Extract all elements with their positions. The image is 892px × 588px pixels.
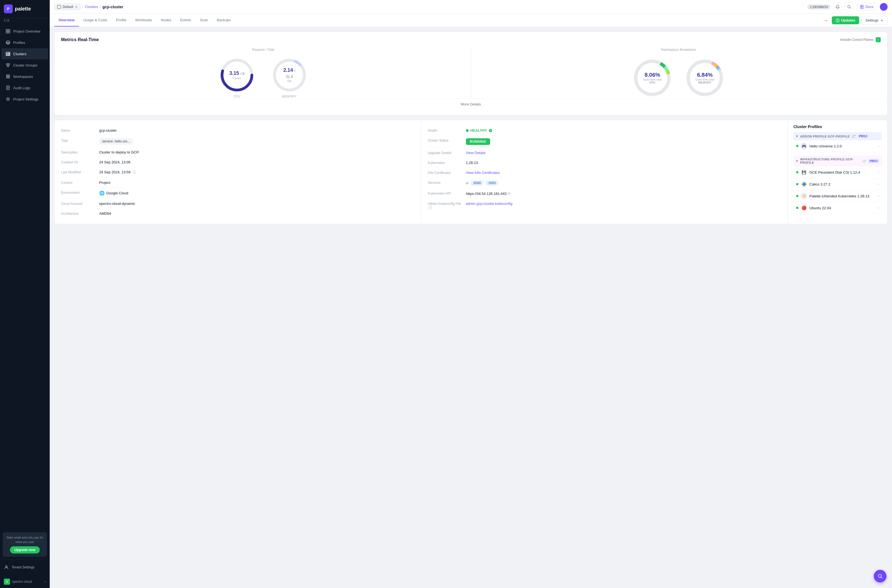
addon-profile-group-header[interactable]: ▾ ADDON PROFILE GCP-PROFILE PROJ — [793, 132, 882, 140]
tab-workloads[interactable]: Workloads — [131, 14, 156, 27]
cluster-groups-icon — [6, 63, 11, 68]
tab-scan[interactable]: Scan — [195, 14, 213, 27]
sidebar-item-cluster-groups[interactable]: Cluster Groups — [2, 60, 48, 70]
sidebar-item-profiles[interactable]: Profiles — [2, 37, 48, 48]
profile-item-hello-universe[interactable]: 🎮 Hello Universe 1.2.0 › — [793, 140, 882, 152]
cloud-row: 🌐 Google Cloud — [99, 190, 414, 196]
settings-icon — [6, 97, 11, 102]
spectro-footer[interactable]: S spectro cloud ‹ — [0, 575, 50, 588]
notifications-button[interactable] — [833, 3, 842, 11]
profile-item-calico[interactable]: 🔷 Calico 3.27.2 › — [793, 178, 882, 190]
upgrade-now-button[interactable]: Upgrade now — [10, 546, 40, 554]
search-fab[interactable] — [874, 570, 886, 582]
sidebar-item-tenant-settings[interactable]: Tenant Settings — [0, 562, 50, 573]
sidebar: P palette 4.19 Project Overview Profiles… — [0, 0, 50, 588]
profile-item-ubuntu[interactable]: 🔴 Ubuntu 22.04 › — [793, 202, 882, 214]
gce-disk-icon: 💾 — [800, 169, 807, 176]
view-details-link[interactable]: View Details — [466, 151, 485, 155]
updates-button[interactable]: Updates — [832, 16, 859, 24]
breadcrumb-clusters-link[interactable]: Clusters — [85, 5, 98, 9]
tab-backups[interactable]: Backups — [213, 14, 235, 27]
infra-profile-group-header[interactable]: ▾ INFRASTRUCTURE PROFILE GCP-PROFILE PRO… — [793, 155, 882, 166]
profile-dot-gce-disk — [796, 171, 798, 173]
more-details-link[interactable]: More Details — [61, 99, 881, 110]
admin-config-link[interactable]: admin.gcp-cluster.kubeconfig — [466, 201, 512, 206]
health-check-icon — [488, 129, 493, 132]
ubuntu-name: Ubuntu 22.04 — [809, 206, 876, 210]
profile-dot-hello-universe — [796, 145, 798, 147]
user-avatar[interactable] — [880, 3, 887, 11]
profile-dot-calico — [796, 183, 798, 185]
search-button[interactable] — [845, 3, 854, 11]
status-running-badge: RUNNING — [466, 138, 490, 145]
request-total-title: Request / Total — [252, 48, 274, 52]
upgrade-label: Upgrade Details — [428, 151, 464, 155]
logo-icon: P — [4, 4, 13, 13]
tab-events[interactable]: Events — [176, 14, 195, 27]
gcp-icon: 🌐 — [99, 190, 105, 196]
service-port[interactable]: :3000 — [485, 180, 498, 186]
version-badge: 4.19 — [0, 18, 50, 23]
calico-chevron: › — [878, 182, 879, 186]
memory-gauge-center: 2.14 / 31.4 Gb — [280, 68, 298, 83]
tab-usage-costs[interactable]: Usage & Costs — [79, 14, 112, 27]
metrics-card: Metrics Real-Time Include Control Planes… — [54, 32, 887, 116]
namespace-section: Namespace Breakdown — [477, 48, 881, 99]
main-content: Default / Clusters / gcp-cluster 1.29/10… — [50, 0, 892, 588]
cloud-account-value: spectro-cloud-dynamic — [99, 201, 414, 206]
tabs: Overview Usage & Costs Profile Workloads… — [54, 14, 235, 27]
sidebar-item-label: Project Settings — [13, 97, 38, 101]
sidebar-item-audit-logs[interactable]: Audit Logs — [2, 82, 48, 93]
docs-button[interactable]: Docs — [856, 3, 877, 10]
workspace-name: Default — [63, 5, 73, 9]
memory-unit: Gb — [280, 79, 298, 83]
tags-label: Tags — [61, 138, 97, 142]
k8s-certs-label: K8s Certificates — [428, 171, 464, 175]
grid-icon — [6, 29, 11, 34]
request-total-section: Request / Total 3.15 — [61, 48, 466, 99]
server-icon — [6, 51, 11, 56]
sidebar-item-clusters[interactable]: Clusters — [2, 48, 48, 59]
info-row-cluster-status: Cluster Status RUNNING — [428, 135, 781, 148]
copy-k8s-api-button[interactable]: ⎘ — [508, 191, 511, 196]
profile-dot-ubuntu — [796, 207, 798, 209]
svg-rect-12 — [6, 75, 8, 76]
include-control[interactable]: Include Control Planes ✓ — [840, 37, 881, 42]
mem-ns-label: MEMORY — [695, 81, 714, 84]
modified-label: Last Modified — [61, 170, 97, 174]
cluster-profiles-panel: Cluster Profiles ▾ ADDON PROFILE GCP-PRO… — [788, 120, 887, 224]
profile-item-palette-k8s[interactable]: ⚡ Palette eXtended Kubernetes 1.28.13 › — [793, 190, 882, 202]
tab-profile[interactable]: Profile — [112, 14, 131, 27]
include-control-checkbox[interactable]: ✓ — [876, 37, 881, 42]
calico-name: Calico 3.27.2 — [809, 182, 876, 186]
settings-button[interactable]: Settings — [861, 16, 887, 25]
view-k8s-certs-link[interactable]: View K8s Certificates — [466, 171, 500, 175]
tab-overview[interactable]: Overview — [54, 14, 79, 27]
profile-dot-palette-k8s — [796, 195, 798, 197]
workspace-selector[interactable]: Default — [54, 4, 81, 10]
info-row-health: Health HEALTHY — [428, 126, 781, 135]
sidebar-item-workspaces[interactable]: Workspaces — [2, 71, 48, 82]
info-row-name: Name gcp-cluster — [61, 126, 414, 135]
sidebar-item-project-settings[interactable]: Project Settings — [2, 94, 48, 105]
health-dot — [466, 129, 469, 132]
health-label: Health — [428, 128, 464, 132]
cluster-profiles-title: Cluster Profiles — [793, 124, 882, 129]
svg-rect-14 — [6, 77, 8, 78]
upgrade-value: View Details — [466, 151, 781, 155]
tab-nodes[interactable]: Nodes — [156, 14, 176, 27]
kubernetes-label: Kubernetes — [428, 160, 464, 165]
svg-point-18 — [6, 566, 7, 567]
cpu-label: CPU — [233, 94, 240, 98]
cpu-ns-gauge-wrap: 8.06% Used from total CPU — [632, 57, 673, 99]
cpu-ns-label: CPU — [643, 81, 662, 84]
modified-info-icon: ⓘ — [132, 170, 136, 174]
service-ui-port[interactable]: :8080 — [471, 180, 483, 186]
admin-config-label: Admin Kubeconfig File ⓘ — [428, 201, 464, 210]
addon-profile-group: ▾ ADDON PROFILE GCP-PROFILE PROJ 🎮 Hello… — [793, 132, 882, 152]
svg-rect-3 — [8, 32, 10, 33]
profile-item-gce-disk[interactable]: 💾 GCE Persistent Disk CSI 1.12.4 › — [793, 166, 882, 178]
breadcrumb-sep-2: / — [100, 5, 101, 9]
sidebar-item-project-overview[interactable]: Project Overview — [2, 26, 48, 37]
metrics-gauges: 3.15 / 8 Cores CPU — [219, 57, 307, 98]
